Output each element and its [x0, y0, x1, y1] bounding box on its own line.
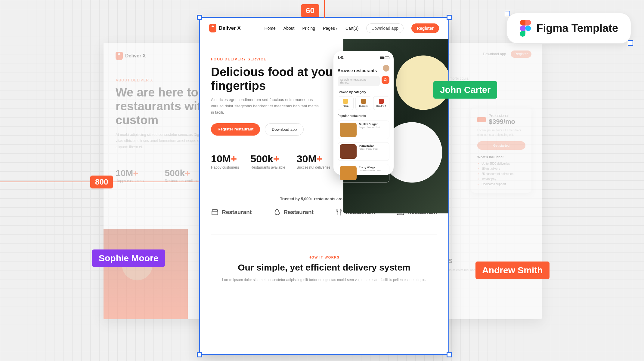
- phone-restaurant-item[interactable]: Duplex BurgerBurger · Snacks · Fast: [338, 121, 389, 139]
- bg-left-stat-1-num: 500k: [165, 168, 185, 178]
- bg-left-stat-1-lbl: Restaurants available: [165, 179, 199, 183]
- brand-logo[interactable]: Deliver X: [209, 24, 241, 32]
- phone-browse-by: Browse by category: [338, 90, 389, 94]
- main-nav: Deliver X Home About Pricing Pages Cart(…: [200, 17, 449, 39]
- plan-feature: Instant pay: [477, 176, 525, 182]
- nav-link-home[interactable]: Home: [264, 26, 275, 31]
- rest-thumb: [340, 166, 357, 180]
- selection-handle-br[interactable]: [447, 352, 452, 357]
- bg-right-nav-register: Register: [511, 50, 531, 58]
- nav-register-button[interactable]: Register: [411, 23, 439, 33]
- collab-tag-sophie: Sophie Moore: [92, 249, 165, 267]
- figma-template-badge: Figma Template: [506, 13, 631, 44]
- plan-feature: Dedicated support: [477, 182, 525, 187]
- selected-frame-home[interactable]: Deliver X Home About Pricing Pages Cart(…: [200, 17, 449, 354]
- hero-heading: Delicious food at your fingertips: [211, 65, 339, 93]
- rest-meta: Italian · Pasta · Fast: [359, 148, 387, 150]
- plan-feature: 25 concurrent deliveries: [477, 171, 525, 176]
- stat-2-lbl: Successful deliveries: [297, 165, 330, 170]
- svg-point-0: [525, 26, 531, 31]
- rest-name: Crazy Wings: [359, 166, 387, 169]
- how-heading: Our simple, yet efficient delivery syste…: [218, 262, 431, 273]
- nav-link-cart[interactable]: Cart(3): [345, 26, 359, 31]
- spacing-badge-top: 60: [301, 4, 319, 17]
- phone-cat-healthy[interactable]: Healthy f.: [373, 96, 389, 110]
- stat-0-num: 10M: [211, 153, 231, 164]
- leaf-icon: [273, 208, 281, 216]
- plan-price: $399/mo: [489, 118, 515, 126]
- rest-name: Pizza Italian: [359, 144, 387, 147]
- avatar: [383, 65, 389, 72]
- hero-eyebrow: FOOD DELIVERY SERVICE: [211, 57, 339, 61]
- brand-mark-icon: [209, 24, 216, 32]
- svg-point-1: [384, 79, 386, 81]
- how-eyebrow: HOW IT WORKS: [218, 255, 431, 259]
- spacing-line-top: [324, 0, 325, 18]
- hero-stats: 10M+Happy customers 500k+Restaurants ava…: [211, 153, 339, 173]
- cat-label: Burgers: [359, 105, 368, 107]
- cat-label: Healthy f.: [376, 105, 386, 107]
- stat-1-lbl: Restaurants available: [250, 165, 285, 170]
- cat-icon: [361, 99, 366, 104]
- nav-download-button[interactable]: Download app: [366, 23, 404, 33]
- plan-title: Professional: [489, 114, 515, 118]
- collab-tag-andrew: Andrew Smith: [475, 262, 550, 279]
- hero-register-button[interactable]: Register restaurant: [211, 123, 260, 136]
- pricing-plan-card: Professional $399/mo Lorem ipsum dolor s…: [471, 108, 531, 193]
- phone-search-input[interactable]: Search for restaurant, dishes...: [338, 76, 380, 86]
- bg-left-stat-0-num: 10M: [116, 168, 133, 178]
- phone-cat-burgers[interactable]: Burgers: [355, 96, 371, 110]
- selection-handle-tl[interactable]: [197, 15, 202, 20]
- nav-link-about[interactable]: About: [283, 26, 295, 31]
- bg-left-delivery-image: [104, 229, 188, 319]
- stat-2-num: 30M: [297, 153, 317, 164]
- plan-cta-button: Get started: [477, 141, 525, 150]
- cat-label: Pizza: [342, 105, 348, 107]
- fork-icon: [335, 208, 342, 216]
- rest-name: Duplex Burger: [359, 123, 387, 126]
- phone-search-button[interactable]: [382, 76, 389, 84]
- trusted-logo: Restaurant: [273, 208, 314, 216]
- bg-left-stat-0-lbl: Happy customers: [116, 179, 144, 183]
- figma-logo-icon: [520, 20, 531, 37]
- plan-feature-list: Up to 2500 deliveries 15km delivery 25 c…: [477, 161, 525, 187]
- phone-title: Browse restaurants: [338, 68, 377, 73]
- rest-meta: Chicken · Snacks · Fast: [359, 170, 387, 172]
- brand-name: Deliver X: [219, 25, 241, 31]
- plan-whats-included: What's included:: [477, 155, 525, 159]
- phone-cat-pizza[interactable]: Pizza: [338, 96, 354, 110]
- cat-icon: [343, 99, 348, 104]
- nav-link-pages[interactable]: Pages: [323, 26, 338, 31]
- signal-icon: [380, 57, 384, 59]
- phone-mockup: 9:41 Browse restaurants Search for resta…: [333, 51, 394, 175]
- trusted-text: Restaurant: [284, 209, 314, 216]
- section-divider: [211, 234, 437, 234]
- selection-handle-tr[interactable]: [447, 15, 452, 20]
- phone-restaurant-item[interactable]: Pizza ItalianItalian · Pasta · Fast: [338, 142, 389, 161]
- nav-link-pricing[interactable]: Pricing: [302, 26, 315, 31]
- plan-icon: [477, 117, 486, 122]
- bg-right-nav-download: Download app: [483, 52, 506, 56]
- how-it-works-section: HOW IT WORKS Our simple, yet efficient d…: [200, 255, 449, 283]
- phone-restaurant-item[interactable]: Crazy WingsChicken · Snacks · Fast: [338, 164, 389, 182]
- stat-0-lbl: Happy customers: [211, 165, 239, 170]
- how-body: Lorem ipsum dolor sit amet consectetur a…: [218, 277, 431, 283]
- plan-desc: Lorem ipsum dolor sit amet dolor elitni …: [477, 128, 525, 137]
- trusted-logo: Restaurant: [211, 208, 252, 216]
- bg-left-brand: Deliver X: [125, 53, 146, 59]
- store-icon: [211, 208, 219, 216]
- trusted-text: Restaurant: [222, 209, 252, 216]
- rest-thumb: [340, 123, 357, 137]
- hero-body: A ultricies eget condimentum sed faucibu…: [211, 97, 319, 115]
- selection-handle-bl[interactable]: [197, 352, 202, 357]
- plan-feature: Up to 2500 deliveries: [477, 161, 525, 166]
- phone-popular: Popular restaurants: [338, 114, 389, 118]
- collab-tag-john: John Carter: [433, 81, 497, 99]
- hero-section: FOOD DELIVERY SERVICE Delicious food at …: [200, 39, 449, 173]
- battery-icon: [385, 57, 389, 59]
- spacing-badge-left: 800: [90, 176, 113, 188]
- svg-line-2: [386, 81, 387, 81]
- plan-feature: 15km delivery: [477, 166, 525, 171]
- hero-download-button[interactable]: Download app: [265, 123, 304, 136]
- cat-icon: [379, 99, 384, 104]
